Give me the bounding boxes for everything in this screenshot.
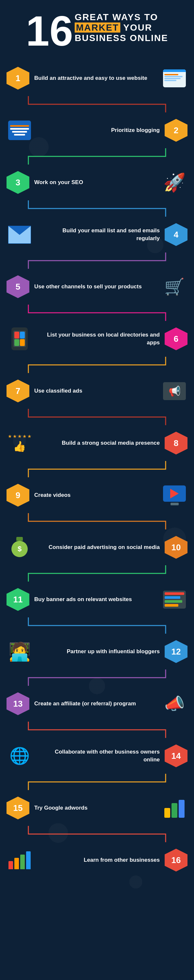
hex-5: 5 xyxy=(6,275,29,298)
icon-cart-container: 🛒 xyxy=(161,274,188,300)
hex-number-3: 3 xyxy=(16,178,20,188)
monitor-line-3 xyxy=(164,78,181,79)
monitor-stand xyxy=(170,503,179,505)
item-text-10: Consider paid advertising on social medi… xyxy=(33,543,165,551)
envelope-svg xyxy=(8,226,31,244)
blog-line-orange xyxy=(10,125,29,127)
hex-8: 8 xyxy=(165,432,188,455)
hex-7: 7 xyxy=(6,380,29,402)
banner-line-3 xyxy=(165,600,182,603)
item-row-12: 12 Partner up with influential bloggers … xyxy=(0,634,194,670)
connector-9-10 xyxy=(0,513,194,530)
hex-number-5: 5 xyxy=(16,282,20,292)
app-4 xyxy=(20,339,25,346)
icon-affiliate-container: 📣 xyxy=(161,691,188,717)
hex-2: 2 xyxy=(165,119,188,142)
app-3 xyxy=(14,339,19,346)
hex-6: 6 xyxy=(165,328,188,350)
star-5: ★ xyxy=(27,434,32,439)
icon-money-container: $ xyxy=(6,534,33,560)
hex-10: 10 xyxy=(165,536,188,559)
item-row-9: 9 Create videos xyxy=(0,477,194,513)
monitor-line-2 xyxy=(164,76,183,77)
hex-1: 1 xyxy=(6,67,29,90)
monitor-line-4 xyxy=(164,80,177,81)
star-4: ★ xyxy=(22,434,27,439)
item-row-6: 6 List your business on local directorie… xyxy=(0,321,194,357)
star-1: ★ xyxy=(8,434,12,439)
banner-line-4 xyxy=(165,604,178,607)
blog-line-1 xyxy=(10,128,29,130)
phone-screen xyxy=(13,331,26,347)
affiliate-icon: 📣 xyxy=(164,694,184,713)
hex-number-11: 11 xyxy=(13,595,23,605)
phone-icon xyxy=(11,328,28,350)
hex-9: 9 xyxy=(6,484,29,507)
laptop-icon: 📢 xyxy=(163,382,186,400)
item-text-15: Try Google adwords xyxy=(29,804,161,812)
item-text-16: Learn from other businesses xyxy=(33,856,165,864)
connector-12-13 xyxy=(0,670,194,686)
item-row-11: 11 Buy banner ads on relevant websites xyxy=(0,582,194,617)
classified-icon: 📢 xyxy=(163,382,186,400)
icon-google-container xyxy=(161,795,188,821)
item-text-4: Build your email list and send emails re… xyxy=(33,227,165,242)
header-line2: MARKET YOUR xyxy=(75,22,168,33)
hex-number-13: 13 xyxy=(13,699,23,709)
ga-bar-2 xyxy=(172,803,177,818)
connector-13-14 xyxy=(0,722,194,738)
network-icon: 🌐 xyxy=(10,746,30,765)
connector-7-8 xyxy=(0,409,194,425)
item-row-7: 7 Use classified ads 📢 xyxy=(0,373,194,409)
money-bag-top xyxy=(16,537,23,541)
item-text-9: Create videos xyxy=(29,491,161,499)
hex-11: 11 xyxy=(6,588,29,611)
blogger-icon: 🧑‍💻 xyxy=(8,641,31,662)
blog-icon-box xyxy=(8,121,31,140)
monitor-lines xyxy=(163,72,186,88)
star-2: ★ xyxy=(13,434,17,439)
item-row-2: 2 Prioritize blogging xyxy=(0,112,194,148)
header: 16 GREAT WAYS TO MARKET YOUR BUSINESS ON… xyxy=(0,0,194,59)
connector-4-5 xyxy=(0,253,194,269)
star-3: ★ xyxy=(17,434,22,439)
header-line2-rest: YOUR xyxy=(123,22,152,33)
item-row-8: 8 Build a strong social media presence ★… xyxy=(0,425,194,461)
item-row-15: 15 Try Google adwords xyxy=(0,790,194,826)
connector-8-9 xyxy=(0,461,194,477)
hex-number-16: 16 xyxy=(172,855,181,865)
icon-phone-container xyxy=(6,326,33,352)
hex-number-12: 12 xyxy=(172,647,181,657)
app-2 xyxy=(20,332,25,339)
icon-chart-container xyxy=(6,847,33,873)
icon-banner-container xyxy=(161,586,188,612)
hex-13: 13 xyxy=(6,692,29,715)
item-text-13: Create an affiliate (or referral) progra… xyxy=(29,700,161,708)
hex-4: 4 xyxy=(165,223,188,246)
chart-bar-4 xyxy=(26,851,31,869)
chart-bar-2 xyxy=(14,858,19,869)
email-icon xyxy=(8,226,31,244)
item-text-12: Partner up with influential bloggers xyxy=(33,648,165,655)
header-line1: GREAT WAYS TO xyxy=(75,12,168,22)
item-row-3: 3 Work on your SEO 🚀 xyxy=(0,164,194,200)
icon-blogger-container: 🧑‍💻 xyxy=(6,639,33,665)
blog-line-2 xyxy=(12,131,27,133)
monitor-line-1 xyxy=(164,74,178,75)
video-icon xyxy=(163,485,186,505)
connector-10-11 xyxy=(0,565,194,582)
icon-email-container xyxy=(6,221,33,248)
item-row-5: 5 Use other channels to sell your produc… xyxy=(0,269,194,305)
icon-rocket-container: 🚀 xyxy=(161,169,188,196)
hex-number-9: 9 xyxy=(16,490,20,500)
stars-icon: ★ ★ ★ ★ ★ 👍 xyxy=(8,434,32,453)
header-highlight: MARKET xyxy=(75,22,120,33)
connector-6-7 xyxy=(0,357,194,373)
connector-14-15 xyxy=(0,774,194,790)
item-row-1: 1 Build an attractive and easy to use we… xyxy=(0,59,194,96)
connector-11-12 xyxy=(0,617,194,634)
hex-number-8: 8 xyxy=(174,438,178,448)
chart-bar-3 xyxy=(20,854,25,869)
money-bag-body: $ xyxy=(11,541,28,557)
connector-5-6 xyxy=(0,305,194,321)
